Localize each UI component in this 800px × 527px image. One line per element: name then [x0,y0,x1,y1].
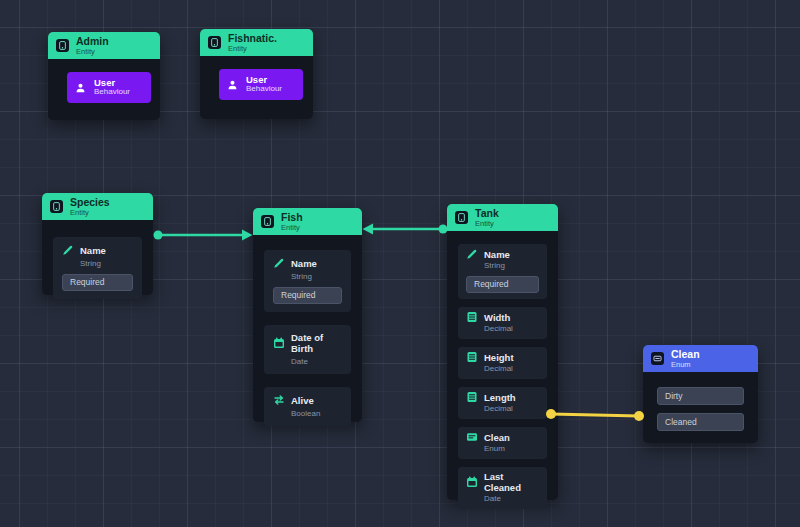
node-header[interactable]: Fishnatic. Entity [200,29,313,56]
field-date-of-birth[interactable]: Date of Birth Date [264,325,351,374]
field-clean[interactable]: Clean Enum [458,427,547,459]
node-title: Admin [76,36,109,47]
field-height[interactable]: Height Decimal [458,347,547,379]
field-width[interactable]: Width Decimal [458,307,547,339]
node-title: Fish [281,212,303,223]
diagram-canvas[interactable]: Admin Entity User Behaviour Fishnati [0,0,800,527]
enum-icon [651,352,664,365]
node-header[interactable]: Admin Entity [48,32,160,59]
entity-node-fish[interactable]: Fish Entity Name String Required [253,208,362,422]
enum-option-cleaned[interactable]: Cleaned [657,413,744,431]
pencil-icon [273,257,285,269]
list-icon [466,431,478,443]
entity-icon [261,215,274,228]
entity-node-admin[interactable]: Admin Entity User Behaviour [48,32,160,120]
calendar-icon [273,337,285,349]
enum-node-clean[interactable]: Clean Enum Dirty Cleaned [643,345,758,443]
field-label: Name [291,258,317,269]
node-title: Clean [671,349,700,360]
keypad-icon [466,351,478,363]
field-length[interactable]: Length Decimal [458,387,547,419]
node-subtitle: Entity [475,220,499,228]
connection-line[interactable] [551,414,639,416]
field-label: Height [484,352,514,363]
pencil-icon [466,248,478,260]
enum-option-dirty[interactable]: Dirty [657,387,744,405]
arrowhead [363,224,374,235]
field-type: String [80,259,133,268]
field-last-cleaned[interactable]: Last Cleaned Date [458,467,547,509]
node-subtitle: Enum [671,361,700,369]
node-title: Fishnatic. [228,33,277,44]
swap-arrows-icon [273,394,285,406]
field-input[interactable]: Required [466,276,539,293]
keypad-icon [466,311,478,323]
entity-node-tank[interactable]: Tank Entity Name String Required [447,204,558,500]
field-label: Alive [291,395,314,406]
node-title: Species [70,197,110,208]
field-type: Decimal [484,324,539,333]
connection-tank-to-fish[interactable] [363,224,448,235]
entity-icon [208,36,221,49]
connection-species-to-fish[interactable] [154,230,253,241]
field-label: Last Cleaned [484,471,539,493]
node-header[interactable]: Fish Entity [253,208,362,235]
node-subtitle: Entity [281,224,303,232]
node-subtitle: Entity [228,45,277,53]
entity-node-species[interactable]: Species Entity Name String Required [42,193,153,295]
field-label: Name [80,245,106,256]
connection-tank-to-clean[interactable] [546,409,644,421]
user-icon [227,79,239,91]
node-subtitle: Entity [70,209,110,217]
entity-icon [56,39,69,52]
field-type: String [291,272,342,281]
field-label: Length [484,392,516,403]
field-type: Date [291,357,342,366]
connection-endpoint-dot[interactable] [154,231,163,240]
field-type: Enum [484,444,539,453]
node-header[interactable]: Species Entity [42,193,153,220]
field-type: Decimal [484,404,539,413]
node-header[interactable]: Tank Entity [447,204,558,231]
field-label: Clean [484,432,510,443]
entity-icon [50,200,63,213]
behaviour-block-user[interactable]: User Behaviour [219,69,303,100]
field-name[interactable]: Name String Required [264,250,351,312]
behaviour-subtitle: Behaviour [94,88,130,97]
node-header[interactable]: Clean Enum [643,345,758,372]
entity-node-fishnatic[interactable]: Fishnatic. Entity User Behaviour [200,29,313,119]
behaviour-subtitle: Behaviour [246,85,282,94]
user-icon [75,82,87,94]
field-input[interactable]: Required [273,287,342,304]
pencil-icon [62,244,74,256]
field-type: Decimal [484,364,539,373]
keypad-icon [466,391,478,403]
field-label: Width [484,312,510,323]
calendar-icon [466,476,478,488]
arrowhead [242,230,253,241]
field-label: Name [484,249,510,260]
node-subtitle: Entity [76,48,109,56]
field-input[interactable]: Required [62,274,133,291]
field-type: String [484,261,539,270]
field-alive[interactable]: Alive Boolean [264,387,351,426]
field-name[interactable]: Name String Required [53,237,142,299]
field-type: Date [484,494,539,503]
node-title: Tank [475,208,499,219]
field-label: Date of Birth [291,332,342,354]
field-name[interactable]: Name String Required [458,244,547,299]
field-type: Boolean [291,409,342,418]
entity-icon [455,211,468,224]
behaviour-block-user[interactable]: User Behaviour [67,72,151,103]
